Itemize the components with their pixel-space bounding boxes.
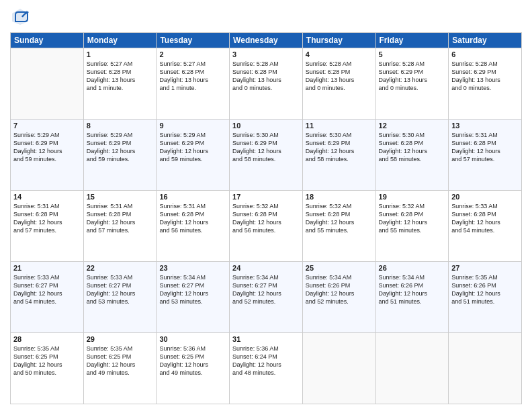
week-row-2: 7Sunrise: 5:29 AMSunset: 6:29 PMDaylight… <box>11 120 522 191</box>
calendar-cell: 18Sunrise: 5:32 AMSunset: 6:28 PMDayligh… <box>302 191 375 262</box>
calendar-cell: 2Sunrise: 5:27 AMSunset: 6:28 PMDaylight… <box>157 48 230 120</box>
calendar-cell <box>302 333 375 404</box>
calendar-cell: 31Sunrise: 5:36 AMSunset: 6:24 PMDayligh… <box>230 333 303 404</box>
cell-content: Sunrise: 5:34 AMSunset: 6:26 PMDaylight:… <box>379 273 446 306</box>
day-number: 8 <box>87 122 154 130</box>
cell-content: Sunrise: 5:30 AMSunset: 6:29 PMDaylight:… <box>306 131 373 164</box>
logo-icon <box>10 7 30 27</box>
column-header-friday: Friday <box>375 33 449 48</box>
day-number: 1 <box>87 50 154 58</box>
cell-content: Sunrise: 5:31 AMSunset: 6:28 PMDaylight:… <box>87 202 154 235</box>
day-number: 28 <box>13 335 81 343</box>
calendar-cell: 15Sunrise: 5:31 AMSunset: 6:28 PMDayligh… <box>83 191 157 262</box>
day-number: 11 <box>306 122 373 130</box>
cell-content: Sunrise: 5:31 AMSunset: 6:28 PMDaylight:… <box>451 131 519 164</box>
day-number: 17 <box>232 193 300 201</box>
cell-content: Sunrise: 5:34 AMSunset: 6:26 PMDaylight:… <box>306 273 373 306</box>
day-number: 4 <box>306 50 373 58</box>
day-number: 22 <box>87 264 154 272</box>
cell-content: Sunrise: 5:35 AMSunset: 6:25 PMDaylight:… <box>13 345 81 377</box>
cell-content: Sunrise: 5:29 AMSunset: 6:29 PMDaylight:… <box>159 131 226 164</box>
day-number: 5 <box>379 50 446 58</box>
calendar-cell: 9Sunrise: 5:29 AMSunset: 6:29 PMDaylight… <box>157 120 230 191</box>
day-number: 10 <box>232 122 300 130</box>
calendar-cell: 16Sunrise: 5:31 AMSunset: 6:28 PMDayligh… <box>157 191 230 262</box>
calendar-cell: 20Sunrise: 5:33 AMSunset: 6:28 PMDayligh… <box>449 191 522 262</box>
day-number: 23 <box>159 264 226 272</box>
calendar-cell: 29Sunrise: 5:35 AMSunset: 6:25 PMDayligh… <box>83 333 157 404</box>
cell-content: Sunrise: 5:36 AMSunset: 6:24 PMDaylight:… <box>232 345 300 377</box>
cell-content: Sunrise: 5:28 AMSunset: 6:28 PMDaylight:… <box>306 60 373 93</box>
day-number: 9 <box>159 122 226 130</box>
calendar-cell: 28Sunrise: 5:35 AMSunset: 6:25 PMDayligh… <box>11 333 84 404</box>
calendar-cell: 25Sunrise: 5:34 AMSunset: 6:26 PMDayligh… <box>302 262 375 333</box>
cell-content: Sunrise: 5:32 AMSunset: 6:28 PMDaylight:… <box>232 202 300 235</box>
week-row-4: 21Sunrise: 5:33 AMSunset: 6:27 PMDayligh… <box>11 262 522 333</box>
calendar-cell <box>449 333 522 404</box>
cell-content: Sunrise: 5:31 AMSunset: 6:28 PMDaylight:… <box>13 202 81 235</box>
cell-content: Sunrise: 5:28 AMSunset: 6:29 PMDaylight:… <box>451 60 519 93</box>
calendar-cell: 11Sunrise: 5:30 AMSunset: 6:29 PMDayligh… <box>302 120 375 191</box>
column-header-saturday: Saturday <box>449 33 522 48</box>
calendar-cell: 30Sunrise: 5:36 AMSunset: 6:25 PMDayligh… <box>157 333 230 404</box>
calendar-cell: 19Sunrise: 5:32 AMSunset: 6:28 PMDayligh… <box>375 191 449 262</box>
cell-content: Sunrise: 5:34 AMSunset: 6:27 PMDaylight:… <box>232 273 300 306</box>
column-header-sunday: Sunday <box>11 33 84 48</box>
week-row-3: 14Sunrise: 5:31 AMSunset: 6:28 PMDayligh… <box>11 191 522 262</box>
calendar-cell: 27Sunrise: 5:35 AMSunset: 6:26 PMDayligh… <box>449 262 522 333</box>
calendar-cell: 1Sunrise: 5:27 AMSunset: 6:28 PMDaylight… <box>83 48 157 120</box>
day-number: 14 <box>13 193 81 201</box>
day-number: 19 <box>379 193 446 201</box>
page: SundayMondayTuesdayWednesdayThursdayFrid… <box>0 0 532 411</box>
cell-content: Sunrise: 5:29 AMSunset: 6:29 PMDaylight:… <box>87 131 154 164</box>
cell-content: Sunrise: 5:28 AMSunset: 6:28 PMDaylight:… <box>232 60 300 93</box>
day-number: 27 <box>451 264 519 272</box>
header <box>10 7 522 27</box>
calendar-cell: 24Sunrise: 5:34 AMSunset: 6:27 PMDayligh… <box>230 262 303 333</box>
cell-content: Sunrise: 5:34 AMSunset: 6:27 PMDaylight:… <box>159 273 226 306</box>
cell-content: Sunrise: 5:29 AMSunset: 6:29 PMDaylight:… <box>13 131 81 164</box>
cell-content: Sunrise: 5:30 AMSunset: 6:29 PMDaylight:… <box>232 131 300 164</box>
cell-content: Sunrise: 5:27 AMSunset: 6:28 PMDaylight:… <box>159 60 226 93</box>
calendar-header-row: SundayMondayTuesdayWednesdayThursdayFrid… <box>11 33 522 48</box>
calendar-cell: 26Sunrise: 5:34 AMSunset: 6:26 PMDayligh… <box>375 262 449 333</box>
day-number: 13 <box>451 122 519 130</box>
day-number: 3 <box>232 50 300 58</box>
calendar-cell: 7Sunrise: 5:29 AMSunset: 6:29 PMDaylight… <box>11 120 84 191</box>
cell-content: Sunrise: 5:32 AMSunset: 6:28 PMDaylight:… <box>379 202 446 235</box>
calendar-cell: 10Sunrise: 5:30 AMSunset: 6:29 PMDayligh… <box>230 120 303 191</box>
day-number: 24 <box>232 264 300 272</box>
calendar-cell: 22Sunrise: 5:33 AMSunset: 6:27 PMDayligh… <box>83 262 157 333</box>
calendar-cell: 4Sunrise: 5:28 AMSunset: 6:28 PMDaylight… <box>302 48 375 120</box>
calendar-cell: 8Sunrise: 5:29 AMSunset: 6:29 PMDaylight… <box>83 120 157 191</box>
cell-content: Sunrise: 5:35 AMSunset: 6:26 PMDaylight:… <box>451 273 519 306</box>
calendar-cell: 3Sunrise: 5:28 AMSunset: 6:28 PMDaylight… <box>230 48 303 120</box>
week-row-5: 28Sunrise: 5:35 AMSunset: 6:25 PMDayligh… <box>11 333 522 404</box>
day-number: 29 <box>87 335 154 343</box>
calendar-table: SundayMondayTuesdayWednesdayThursdayFrid… <box>10 32 522 404</box>
day-number: 2 <box>159 50 226 58</box>
day-number: 26 <box>379 264 446 272</box>
cell-content: Sunrise: 5:35 AMSunset: 6:25 PMDaylight:… <box>87 345 154 377</box>
column-header-tuesday: Tuesday <box>157 33 230 48</box>
day-number: 16 <box>159 193 226 201</box>
week-row-1: 1Sunrise: 5:27 AMSunset: 6:28 PMDaylight… <box>11 48 522 120</box>
calendar-cell: 5Sunrise: 5:28 AMSunset: 6:29 PMDaylight… <box>375 48 449 120</box>
calendar-cell: 23Sunrise: 5:34 AMSunset: 6:27 PMDayligh… <box>157 262 230 333</box>
day-number: 6 <box>451 50 519 58</box>
cell-content: Sunrise: 5:33 AMSunset: 6:28 PMDaylight:… <box>451 202 519 235</box>
calendar-cell: 6Sunrise: 5:28 AMSunset: 6:29 PMDaylight… <box>449 48 522 120</box>
column-header-wednesday: Wednesday <box>230 33 303 48</box>
day-number: 21 <box>13 264 81 272</box>
cell-content: Sunrise: 5:28 AMSunset: 6:29 PMDaylight:… <box>379 60 446 93</box>
cell-content: Sunrise: 5:32 AMSunset: 6:28 PMDaylight:… <box>306 202 373 235</box>
day-number: 12 <box>379 122 446 130</box>
calendar-cell: 21Sunrise: 5:33 AMSunset: 6:27 PMDayligh… <box>11 262 84 333</box>
day-number: 30 <box>159 335 226 343</box>
calendar-cell: 13Sunrise: 5:31 AMSunset: 6:28 PMDayligh… <box>449 120 522 191</box>
column-header-monday: Monday <box>83 33 157 48</box>
cell-content: Sunrise: 5:36 AMSunset: 6:25 PMDaylight:… <box>159 345 226 377</box>
calendar-body: 1Sunrise: 5:27 AMSunset: 6:28 PMDaylight… <box>11 48 522 404</box>
cell-content: Sunrise: 5:30 AMSunset: 6:28 PMDaylight:… <box>379 131 446 164</box>
logo <box>10 7 33 27</box>
